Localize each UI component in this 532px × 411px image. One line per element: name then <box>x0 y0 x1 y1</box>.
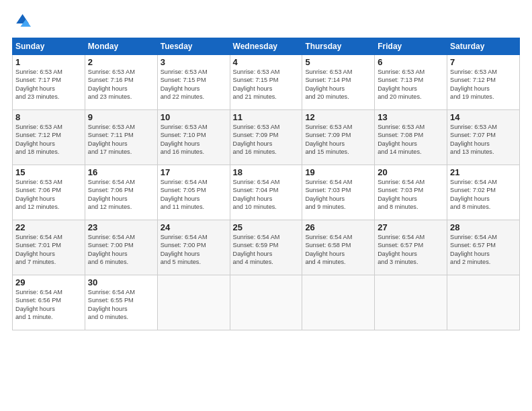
day-number: 6 <box>378 57 444 67</box>
calendar-cell <box>230 275 302 330</box>
day-number: 29 <box>15 277 82 287</box>
day-number: 3 <box>161 57 227 67</box>
calendar-cell: 12Sunrise: 6:53 AMSunset: 7:09 PMDayligh… <box>302 110 375 165</box>
calendar-cell: 3Sunrise: 6:53 AMSunset: 7:15 PMDaylight… <box>157 55 230 110</box>
header <box>12 12 520 31</box>
day-detail: Sunrise: 6:53 AMSunset: 7:12 PMDaylight … <box>450 68 517 101</box>
calendar-cell: 25Sunrise: 6:54 AMSunset: 6:59 PMDayligh… <box>230 220 302 275</box>
day-detail: Sunrise: 6:54 AMSunset: 7:06 PMDaylight … <box>88 178 154 212</box>
day-number: 7 <box>450 57 517 67</box>
day-number: 12 <box>305 112 371 122</box>
calendar-cell <box>447 275 520 330</box>
day-detail: Sunrise: 6:53 AMSunset: 7:16 PMDaylight … <box>88 68 154 101</box>
day-detail: Sunrise: 6:53 AMSunset: 7:11 PMDaylight … <box>88 123 154 156</box>
calendar-week-row: 8Sunrise: 6:53 AMSunset: 7:12 PMDaylight… <box>13 110 520 165</box>
day-number: 27 <box>378 222 444 232</box>
day-number: 14 <box>450 112 517 122</box>
calendar-cell: 28Sunrise: 6:54 AMSunset: 6:57 PMDayligh… <box>447 220 520 275</box>
day-detail: Sunrise: 6:53 AMSunset: 7:10 PMDaylight … <box>161 123 227 156</box>
day-number: 20 <box>378 167 444 177</box>
calendar-header-row: SundayMondayTuesdayWednesdayThursdayFrid… <box>13 38 520 55</box>
day-detail: Sunrise: 6:53 AMSunset: 7:09 PMDaylight … <box>305 123 371 156</box>
calendar-cell: 16Sunrise: 6:54 AMSunset: 7:06 PMDayligh… <box>85 165 157 220</box>
calendar-cell: 21Sunrise: 6:54 AMSunset: 7:02 PMDayligh… <box>447 165 520 220</box>
day-number: 13 <box>378 112 444 122</box>
day-detail: Sunrise: 6:53 AMSunset: 7:09 PMDaylight … <box>233 123 300 156</box>
calendar-cell: 10Sunrise: 6:53 AMSunset: 7:10 PMDayligh… <box>157 110 230 165</box>
day-detail: Sunrise: 6:54 AMSunset: 7:01 PMDaylight … <box>15 233 82 267</box>
calendar-week-row: 22Sunrise: 6:54 AMSunset: 7:01 PMDayligh… <box>13 220 520 275</box>
day-number: 23 <box>88 222 154 232</box>
day-number: 24 <box>161 222 227 232</box>
day-number: 4 <box>233 57 300 67</box>
calendar-cell: 19Sunrise: 6:54 AMSunset: 7:03 PMDayligh… <box>302 165 375 220</box>
logo-icon <box>12 12 31 31</box>
day-detail: Sunrise: 6:54 AMSunset: 6:58 PMDaylight … <box>305 233 371 267</box>
day-detail: Sunrise: 6:54 AMSunset: 6:59 PMDaylight … <box>233 233 300 267</box>
day-detail: Sunrise: 6:54 AMSunset: 6:55 PMDaylight … <box>88 288 154 322</box>
day-number: 19 <box>305 167 371 177</box>
weekday-header: Tuesday <box>157 38 230 55</box>
logo <box>12 12 34 31</box>
day-detail: Sunrise: 6:53 AMSunset: 7:08 PMDaylight … <box>378 123 444 156</box>
calendar-cell: 23Sunrise: 6:54 AMSunset: 7:00 PMDayligh… <box>85 220 157 275</box>
day-number: 11 <box>233 112 300 122</box>
weekday-header: Wednesday <box>230 38 302 55</box>
day-number: 30 <box>88 277 154 287</box>
day-number: 17 <box>161 167 227 177</box>
calendar-cell: 13Sunrise: 6:53 AMSunset: 7:08 PMDayligh… <box>375 110 447 165</box>
calendar-week-row: 1Sunrise: 6:53 AMSunset: 7:17 PMDaylight… <box>13 55 520 110</box>
day-detail: Sunrise: 6:54 AMSunset: 7:00 PMDaylight … <box>161 233 227 267</box>
day-number: 26 <box>305 222 371 232</box>
calendar-cell: 5Sunrise: 6:53 AMSunset: 7:14 PMDaylight… <box>302 55 375 110</box>
day-number: 8 <box>15 112 82 122</box>
day-number: 1 <box>15 57 82 67</box>
day-number: 2 <box>88 57 154 67</box>
day-detail: Sunrise: 6:53 AMSunset: 7:13 PMDaylight … <box>378 68 444 101</box>
day-detail: Sunrise: 6:54 AMSunset: 6:57 PMDaylight … <box>378 233 444 267</box>
day-detail: Sunrise: 6:53 AMSunset: 7:15 PMDaylight … <box>233 68 300 101</box>
calendar-week-row: 15Sunrise: 6:53 AMSunset: 7:06 PMDayligh… <box>13 165 520 220</box>
day-number: 18 <box>233 167 300 177</box>
weekday-header: Sunday <box>13 38 85 55</box>
weekday-header: Saturday <box>447 38 520 55</box>
weekday-header: Friday <box>375 38 447 55</box>
day-detail: Sunrise: 6:54 AMSunset: 6:56 PMDaylight … <box>15 288 82 322</box>
calendar-cell: 7Sunrise: 6:53 AMSunset: 7:12 PMDaylight… <box>447 55 520 110</box>
day-number: 22 <box>15 222 82 232</box>
day-number: 9 <box>88 112 154 122</box>
calendar-cell: 26Sunrise: 6:54 AMSunset: 6:58 PMDayligh… <box>302 220 375 275</box>
day-number: 16 <box>88 167 154 177</box>
day-number: 25 <box>233 222 300 232</box>
calendar-cell: 27Sunrise: 6:54 AMSunset: 6:57 PMDayligh… <box>375 220 447 275</box>
day-detail: Sunrise: 6:54 AMSunset: 7:03 PMDaylight … <box>305 178 371 212</box>
weekday-header: Monday <box>85 38 157 55</box>
calendar-cell: 11Sunrise: 6:53 AMSunset: 7:09 PMDayligh… <box>230 110 302 165</box>
calendar-cell: 22Sunrise: 6:54 AMSunset: 7:01 PMDayligh… <box>13 220 85 275</box>
day-detail: Sunrise: 6:54 AMSunset: 7:00 PMDaylight … <box>88 233 154 267</box>
day-number: 28 <box>450 222 517 232</box>
calendar-cell: 18Sunrise: 6:54 AMSunset: 7:04 PMDayligh… <box>230 165 302 220</box>
calendar-cell: 4Sunrise: 6:53 AMSunset: 7:15 PMDaylight… <box>230 55 302 110</box>
day-detail: Sunrise: 6:53 AMSunset: 7:12 PMDaylight … <box>15 123 82 156</box>
calendar-cell: 15Sunrise: 6:53 AMSunset: 7:06 PMDayligh… <box>13 165 85 220</box>
calendar-cell: 20Sunrise: 6:54 AMSunset: 7:03 PMDayligh… <box>375 165 447 220</box>
day-detail: Sunrise: 6:53 AMSunset: 7:17 PMDaylight … <box>15 68 82 101</box>
weekday-header: Thursday <box>302 38 375 55</box>
calendar-cell: 29Sunrise: 6:54 AMSunset: 6:56 PMDayligh… <box>13 275 85 330</box>
calendar-cell: 17Sunrise: 6:54 AMSunset: 7:05 PMDayligh… <box>157 165 230 220</box>
calendar-cell: 24Sunrise: 6:54 AMSunset: 7:00 PMDayligh… <box>157 220 230 275</box>
calendar-cell: 2Sunrise: 6:53 AMSunset: 7:16 PMDaylight… <box>85 55 157 110</box>
day-detail: Sunrise: 6:54 AMSunset: 7:02 PMDaylight … <box>450 178 517 212</box>
day-detail: Sunrise: 6:53 AMSunset: 7:15 PMDaylight … <box>161 68 227 101</box>
day-detail: Sunrise: 6:54 AMSunset: 7:03 PMDaylight … <box>378 178 444 212</box>
day-detail: Sunrise: 6:54 AMSunset: 6:57 PMDaylight … <box>450 233 517 267</box>
calendar-cell <box>157 275 230 330</box>
day-number: 15 <box>15 167 82 177</box>
day-detail: Sunrise: 6:53 AMSunset: 7:06 PMDaylight … <box>15 178 82 212</box>
calendar-cell <box>302 275 375 330</box>
day-number: 5 <box>305 57 371 67</box>
calendar-cell: 30Sunrise: 6:54 AMSunset: 6:55 PMDayligh… <box>85 275 157 330</box>
calendar-cell: 14Sunrise: 6:53 AMSunset: 7:07 PMDayligh… <box>447 110 520 165</box>
calendar-cell: 1Sunrise: 6:53 AMSunset: 7:17 PMDaylight… <box>13 55 85 110</box>
